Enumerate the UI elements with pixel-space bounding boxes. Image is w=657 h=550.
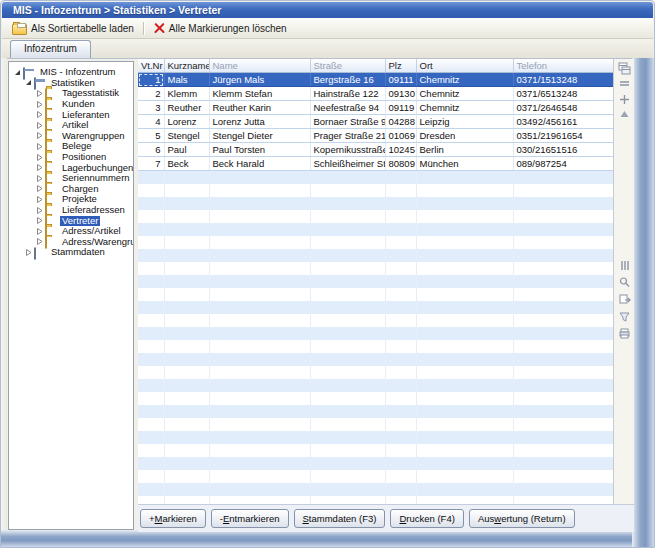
cell-ort[interactable]: Chemnitz [416,101,513,115]
cell-plz[interactable]: 09111 [385,73,416,87]
cell-name[interactable]: Reuther Karin [209,101,310,115]
cell-vtnr[interactable]: 1 [138,73,164,87]
cell-name[interactable]: Beck Harald [209,157,310,171]
cell-vtnr[interactable]: 7 [138,157,164,171]
cell-ort[interactable]: Chemnitz [416,73,513,87]
expander-closed-icon[interactable] [35,131,44,140]
rows-icon[interactable] [618,78,631,91]
auswertung-button[interactable]: Auswertung (Return) [469,509,575,528]
cell-strasse[interactable]: Schleißheimer Straße 378 [310,157,385,171]
cell-telefon[interactable]: 030/21651516 [513,143,613,157]
cell-kurzname[interactable]: Lorenz [164,115,209,129]
cell-kurzname[interactable]: Mals [164,73,209,87]
drucken-button[interactable]: Drucken (F4) [390,509,463,528]
cell-ort[interactable]: München [416,157,513,171]
cell-telefon[interactable]: 0351/21961654 [513,129,613,143]
print-icon[interactable] [618,327,631,340]
tree-item-kunden[interactable]: Kunden [9,99,133,110]
expander-closed-icon[interactable] [35,174,44,183]
cell-ort[interactable]: Berlin [416,143,513,157]
clear-markings-button[interactable]: Alle Markierungen löschen [148,20,293,36]
tree-item-mis-infozentrum[interactable]: MIS - Infozentrum [9,67,133,78]
column-header-kurzname[interactable]: Kurzname [164,59,209,73]
column-header-strasse[interactable]: Straße [310,59,385,73]
cell-name[interactable]: Klemm Stefan [209,87,310,101]
cell-vtnr[interactable]: 3 [138,101,164,115]
cell-kurzname[interactable]: Paul [164,143,209,157]
cell-kurzname[interactable]: Stengel [164,129,209,143]
cell-plz[interactable]: 04288 [385,115,416,129]
cell-kurzname[interactable]: Klemm [164,87,209,101]
cell-plz[interactable]: 09130 [385,87,416,101]
cell-name[interactable]: Paul Torsten [209,143,310,157]
columns-icon[interactable] [618,259,631,272]
cell-vtnr[interactable]: 6 [138,143,164,157]
tree-item-adress-artikel[interactable]: Adress/Artikel [9,226,133,237]
expander-open-icon[interactable] [13,68,22,77]
tree-item-lieferadressen[interactable]: Lieferadressen [9,205,133,216]
cell-name[interactable]: Jürgen Mals [209,73,310,87]
entmarkieren-button[interactable]: - Entmarkieren [211,509,289,528]
cell-telefon[interactable]: 0371/6513248 [513,87,613,101]
cell-kurzname[interactable]: Reuther [164,101,209,115]
expander-closed-icon[interactable] [35,163,44,172]
table-row-selected[interactable]: 1 Mals Jürgen Mals Bergstraße 16 09111 C… [138,73,613,87]
column-header-ort[interactable]: Ort [416,59,513,73]
cell-telefon[interactable]: 0371/2646548 [513,101,613,115]
tab-infozentrum[interactable]: Infozentrum [10,40,91,58]
table-row[interactable]: 6 Paul Paul Torsten Kopernikusstraße 47 … [138,143,613,157]
expander-closed-icon[interactable] [35,100,44,109]
expander-closed-icon[interactable] [24,248,33,257]
cell-vtnr[interactable]: 5 [138,129,164,143]
column-header-plz[interactable]: Plz [385,59,416,73]
cell-plz[interactable]: 09119 [385,101,416,115]
cell-strasse[interactable]: Bergstraße 16 [310,73,385,87]
search-icon[interactable] [618,276,631,289]
expander-closed-icon[interactable] [35,110,44,119]
cell-vtnr[interactable]: 2 [138,87,164,101]
cell-ort[interactable]: Leipzig [416,115,513,129]
expander-closed-icon[interactable] [35,184,44,193]
cell-plz[interactable]: 01069 [385,129,416,143]
cell-plz[interactable]: 80809 [385,157,416,171]
expander-closed-icon[interactable] [35,237,44,246]
filter-icon[interactable] [618,310,631,323]
cross-icon[interactable] [618,93,631,106]
table-row[interactable]: 4 Lorenz Lorenz Jutta Bornaer Straße 94 … [138,115,613,129]
cell-vtnr[interactable]: 4 [138,115,164,129]
table-row[interactable]: 3 Reuther Reuther Karin Neefestraße 94 0… [138,101,613,115]
table-row[interactable]: 7 Beck Beck Harald Schleißheimer Straße … [138,157,613,171]
table-row[interactable]: 2 Klemm Klemm Stefan Hainstraße 122 0913… [138,87,613,101]
expander-closed-icon[interactable] [35,206,44,215]
expander-closed-icon[interactable] [35,142,44,151]
expander-closed-icon[interactable] [35,195,44,204]
tree-item-artikel[interactable]: Artikel [9,120,133,131]
arrow-up-icon[interactable] [618,108,631,121]
column-header-vtnr[interactable]: Vt.Nr▼ [138,59,164,73]
column-header-telefon[interactable]: Telefon [513,59,613,73]
tree-item-stammdaten[interactable]: Stammdaten [9,247,133,258]
cell-strasse[interactable]: Neefestraße 94 [310,101,385,115]
cell-telefon[interactable]: 0371/1513248 [513,73,613,87]
tree-item-seriennummern[interactable]: Seriennummern [9,173,133,184]
expander-closed-icon[interactable] [35,227,44,236]
cell-strasse[interactable]: Bornaer Straße 94 [310,115,385,129]
cell-telefon[interactable]: 03492/456161 [513,115,613,129]
cell-ort[interactable]: Chemnitz [416,87,513,101]
column-chooser-icon[interactable] [618,62,631,75]
cell-plz[interactable]: 10245 [385,143,416,157]
cell-strasse[interactable]: Kopernikusstraße 47 [310,143,385,157]
cell-kurzname[interactable]: Beck [164,157,209,171]
cell-name[interactable]: Stengel Dieter [209,129,310,143]
expander-closed-icon[interactable] [35,121,44,130]
cell-name[interactable]: Lorenz Jutta [209,115,310,129]
expander-closed-icon[interactable] [35,89,44,98]
cell-strasse[interactable]: Prager Straße 212 [310,129,385,143]
tree-item-positionen[interactable]: Positionen [9,152,133,163]
load-sort-table-button[interactable]: Als Sortiertabelle laden [6,20,140,36]
cell-strasse[interactable]: Hainstraße 122 [310,87,385,101]
export-icon[interactable] [618,293,631,306]
cell-telefon[interactable]: 089/987254 [513,157,613,171]
cell-ort[interactable]: Dresden [416,129,513,143]
expander-open-icon[interactable] [24,78,33,87]
